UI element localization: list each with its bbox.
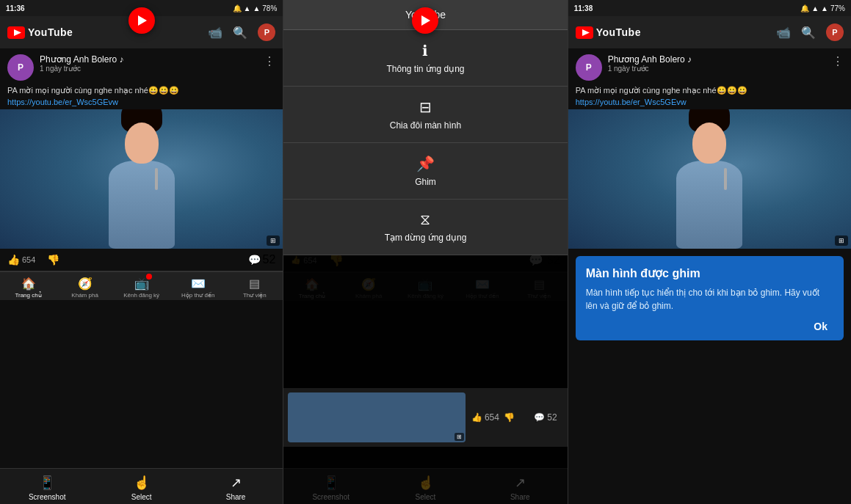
youtube-logo-icon-right	[576, 26, 593, 39]
panel-middle: 11:36 🔔 ▲ ▲ 78% YouTube P Phương Anh	[283, 0, 567, 504]
subscriptions-label-left: Kênh đăng ký	[123, 292, 159, 299]
inbox-label-left: Hộp thư đến	[181, 292, 214, 299]
post-meta-left: Phương Anh Bolero ♪ 1 ngày trước	[40, 54, 258, 73]
youtube-app-left: YouTube 📹 🔍 P P Phương Anh Bolero ♪ 1 ng…	[0, 16, 283, 468]
post-avatar-right: P	[576, 54, 602, 81]
more-icon-left[interactable]: ⋮	[264, 54, 275, 68]
pin-dialog-title: Màn hình được ghim	[586, 266, 833, 280]
explore-icon-left: 🧭	[78, 277, 93, 291]
share-action-left[interactable]: ↗ Share	[189, 475, 283, 501]
play-icon	[138, 15, 147, 26]
info-icon: ℹ	[422, 42, 428, 59]
more-icon-right[interactable]: ⋮	[832, 54, 844, 68]
thumb-performer-left	[109, 109, 175, 249]
screenshot-action-left[interactable]: 📱 Screenshot	[0, 475, 94, 501]
library-icon-left: ▤	[249, 277, 260, 291]
pause-icon: ⧖	[420, 211, 430, 228]
yt-logo-right: YouTube	[576, 26, 641, 39]
subscriptions-icon-left: 📺	[134, 277, 149, 291]
yt-logo-text-right: YouTube	[596, 26, 641, 38]
yt-logo-left: YouTube	[7, 26, 73, 39]
video-camera-icon-left[interactable]: 📹	[208, 26, 222, 40]
overlay-app-info[interactable]: ℹ Thông tin ứng dụng	[283, 30, 567, 87]
post-link-left[interactable]: https://youtu.be/er_Wsc5GEvw	[0, 98, 283, 109]
time-left: 11:36	[6, 4, 25, 12]
pin-icon: 📌	[416, 155, 435, 172]
avatar-left[interactable]: P	[258, 23, 275, 41]
nav-library-left[interactable]: ▤ Thư viện	[226, 277, 283, 299]
thumbs-down-icon-left[interactable]: 👎	[47, 254, 59, 266]
performer-face-left	[125, 123, 159, 164]
performer-face-right	[692, 123, 726, 164]
app-preview-thumb: ⊞	[288, 392, 465, 442]
video-thumb-right[interactable]: ⊞	[568, 109, 851, 249]
alarm-icon: 🔔	[233, 4, 242, 12]
screenshot-label-left: Screenshot	[29, 493, 66, 501]
dislike-preview: 👎	[504, 412, 515, 423]
wifi-icon-r: ▲	[821, 4, 828, 12]
split-screen-label: Chia đôi màn hình	[390, 120, 461, 131]
status-icons-right: 🔔 ▲ ▲ 77%	[800, 4, 845, 12]
inbox-icon-left: ✉️	[191, 277, 206, 291]
battery-left: 78%	[262, 4, 277, 12]
video-thumb-left[interactable]: ⊞	[0, 109, 283, 249]
overlay-split-screen[interactable]: ⊟ Chia đôi màn hình	[283, 87, 567, 143]
panel-left: 11:36 🔔 ▲ ▲ 78% YouTube 📹 🔍 P	[0, 0, 283, 504]
yt-nav-icons-left: 📹 🔍 P	[208, 23, 275, 41]
select-action-left[interactable]: ☝ Select	[94, 475, 188, 501]
comment-action-left[interactable]: 💬 52	[248, 253, 276, 266]
search-icon-left[interactable]: 🔍	[233, 26, 247, 40]
share-icon-left: ↗	[231, 475, 242, 491]
youtube-logo-icon-left	[7, 26, 25, 39]
pin-dialog-ok-button[interactable]: Ok	[808, 318, 833, 335]
split-screen-icon: ⊟	[419, 98, 432, 116]
status-icons-left: 🔔 ▲ ▲ 78%	[233, 4, 278, 12]
youtube-fab-middle[interactable]	[412, 7, 438, 34]
status-bar-right: 11:38 🔔 ▲ ▲ 77%	[568, 0, 851, 16]
app-preview-actions: 👍 654 👎 💬 52	[466, 412, 563, 423]
post-meta-right: Phương Anh Bolero ♪ 1 ngày trước	[608, 54, 826, 73]
bottom-nav-left: 🏠 Trang chủ 🧭 Khám phá 📺 Kênh đăng ký ✉️…	[0, 271, 283, 300]
nav-inbox-left[interactable]: ✉️ Hộp thư đến	[170, 277, 226, 299]
video-camera-icon-right[interactable]: 📹	[776, 26, 791, 40]
thumb-badge-right: ⊞	[835, 235, 848, 246]
bottom-actions-left: 📱 Screenshot ☝ Select ↗ Share	[0, 468, 283, 504]
post-author-right: Phương Anh Bolero ♪	[608, 54, 826, 65]
alarm-icon-r: 🔔	[800, 4, 809, 12]
overlay-pause-app[interactable]: ⧖ Tạm dừng ứng dụng	[283, 200, 567, 255]
network-icon: ▲	[244, 4, 251, 12]
nav-explore-left[interactable]: 🧭 Khám phá	[57, 277, 113, 299]
avatar-right[interactable]: P	[826, 23, 844, 41]
post-time-right: 1 ngày trước	[608, 65, 826, 73]
battery-right: 77%	[830, 4, 845, 12]
pin-label: Ghim	[415, 177, 436, 187]
nav-subscriptions-left[interactable]: 📺 Kênh đăng ký	[113, 277, 170, 299]
explore-label-left: Khám phá	[71, 292, 98, 299]
yt-nav-icons-right: 📹 🔍 P	[776, 23, 844, 41]
app-info-label: Thông tin ứng dụng	[386, 64, 464, 74]
wifi-icon: ▲	[253, 4, 260, 12]
microphone-right	[724, 168, 727, 190]
youtube-fab-left[interactable]	[128, 7, 155, 34]
yt-logo-text-left: YouTube	[28, 26, 73, 38]
thumbs-up-icon-left: 👍	[7, 254, 20, 266]
post-link-right[interactable]: https://youtu.be/er_Wsc5GEvw	[568, 98, 851, 109]
share-label-left: Share	[226, 493, 246, 501]
yt-nav-right: YouTube 📹 🔍 P	[568, 16, 851, 48]
youtube-app-right: YouTube 📹 🔍 P P Phương Anh Bolero ♪ 1 ng…	[568, 16, 851, 504]
panel-right: 11:38 🔔 ▲ ▲ 77% YouTube 📹 🔍 P	[568, 0, 851, 504]
pause-app-label: Tạm dừng ứng dụng	[385, 233, 467, 243]
post-text-left: PA mời mọi người cùng nghe nhạc nhé😀😀😀	[0, 84, 283, 98]
like-preview: 👍 654	[471, 412, 499, 423]
home-icon-left: 🏠	[21, 277, 36, 291]
library-label-left: Thư viện	[243, 292, 267, 299]
select-label-left: Select	[131, 493, 152, 501]
overlay-pin[interactable]: 📌 Ghim	[283, 143, 567, 200]
thumb-badge-left: ⊞	[267, 235, 280, 246]
search-icon-right[interactable]: 🔍	[801, 26, 816, 40]
nav-home-left[interactable]: 🏠 Trang chủ	[0, 277, 57, 299]
time-right: 11:38	[574, 4, 593, 12]
post-text-right: PA mời mọi người cùng nghe nhạc nhé😀😀😀	[568, 84, 851, 98]
like-action-left[interactable]: 👍 654	[7, 254, 35, 266]
play-icon-m	[421, 15, 430, 26]
